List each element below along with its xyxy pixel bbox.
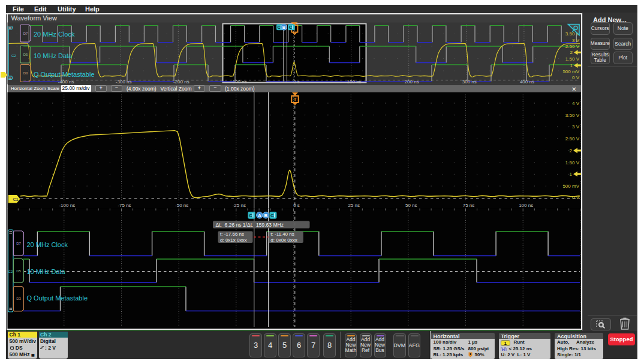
svg-text:D7: D7 [16, 242, 21, 245]
svg-text:D5: D5 [16, 269, 21, 273]
svg-text:10 MHz Data: 10 MHz Data [27, 268, 66, 275]
svg-text:D3: D3 [23, 71, 28, 75]
svg-text:0 V: 0 V [572, 75, 580, 80]
svg-text:-400 ns: -400 ns [58, 79, 74, 85]
svg-text:500 mV: 500 mV [562, 69, 579, 74]
svg-text:C: C [278, 25, 281, 30]
svg-text:1.50 V: 1.50 V [565, 56, 580, 62]
svg-text:D3: D3 [16, 297, 21, 300]
svg-text:2: 2 [570, 50, 573, 55]
svg-text:B: B [264, 213, 268, 218]
svg-text:100 ns: 100 ns [347, 79, 362, 85]
svg-text:400 ns: 400 ns [520, 79, 534, 85]
svg-text:2.50 V: 2.50 V [565, 44, 580, 49]
svg-text:3 V: 3 V [572, 38, 580, 43]
svg-text:75 ns: 75 ns [463, 203, 475, 208]
svg-text:C2: C2 [11, 54, 16, 58]
svg-text:300 ns: 300 ns [462, 79, 477, 85]
svg-text:C2: C2 [8, 270, 13, 273]
svg-text:50 ns: 50 ns [405, 203, 417, 208]
svg-text:2: 2 [570, 148, 573, 154]
svg-text:0 V: 0 V [572, 195, 580, 200]
svg-text:C: C [249, 213, 252, 218]
svg-text:d: 0x1x 0xxx: d: 0x1x 0xxx [220, 237, 246, 243]
svg-text:2.50 V: 2.50 V [565, 136, 580, 142]
svg-text:-75 ns: -75 ns [118, 203, 131, 208]
svg-text:t: -17.66 ns: t: -17.66 ns [220, 231, 244, 237]
svg-text:A: A [258, 213, 261, 218]
svg-text:1: 1 [570, 172, 573, 177]
svg-text:-100 ns: -100 ns [59, 203, 75, 208]
svg-text:T: T [293, 97, 297, 103]
svg-text:-25 ns: -25 ns [233, 203, 246, 208]
svg-text:C1: C1 [13, 197, 19, 201]
svg-text:-200 ns: -200 ns [173, 79, 189, 85]
svg-text:3 V: 3 V [572, 124, 580, 130]
svg-text:1.50 V: 1.50 V [565, 160, 580, 166]
svg-text:10 MHz Data: 10 MHz Data [34, 52, 73, 59]
svg-text:0 s: 0 s [293, 79, 300, 85]
svg-text:200 ns: 200 ns [405, 79, 419, 85]
svg-text:-100 ns: -100 ns [231, 79, 247, 85]
svg-text:20 MHz Clock: 20 MHz Clock [27, 241, 68, 248]
svg-text:-300 ns: -300 ns [116, 79, 132, 85]
svg-text:-50 ns: -50 ns [175, 203, 188, 208]
svg-text:4 V: 4 V [572, 101, 580, 106]
svg-text:C: C [289, 25, 293, 30]
svg-text:Q Output Metastable: Q Output Metastable [27, 294, 88, 302]
svg-text:0 s: 0 s [293, 203, 300, 208]
svg-text:3.50 V: 3.50 V [565, 113, 580, 118]
svg-text:25 ns: 25 ns [348, 203, 360, 208]
svg-text:B: B [282, 25, 286, 30]
svg-text:Δt: 6.26 ns 1/Δt: 159.63 MHz: Δt: 6.26 ns 1/Δt: 159.63 MHz [216, 222, 284, 228]
svg-text:t: -11.40 ns: t: -11.40 ns [270, 231, 294, 237]
svg-text:Q Output Metastable: Q Output Metastable [34, 71, 95, 78]
svg-text:100 ns: 100 ns [519, 203, 533, 208]
svg-text:C: C [270, 213, 274, 218]
svg-text:500 mV: 500 mV [562, 183, 579, 189]
svg-text:D7: D7 [23, 32, 28, 35]
svg-text:1: 1 [570, 63, 573, 68]
svg-text:d: 0x0x 0xxx: d: 0x0x 0xxx [270, 237, 297, 243]
svg-text:20 MHz Clock: 20 MHz Clock [34, 31, 75, 38]
svg-text:D5: D5 [23, 53, 28, 56]
